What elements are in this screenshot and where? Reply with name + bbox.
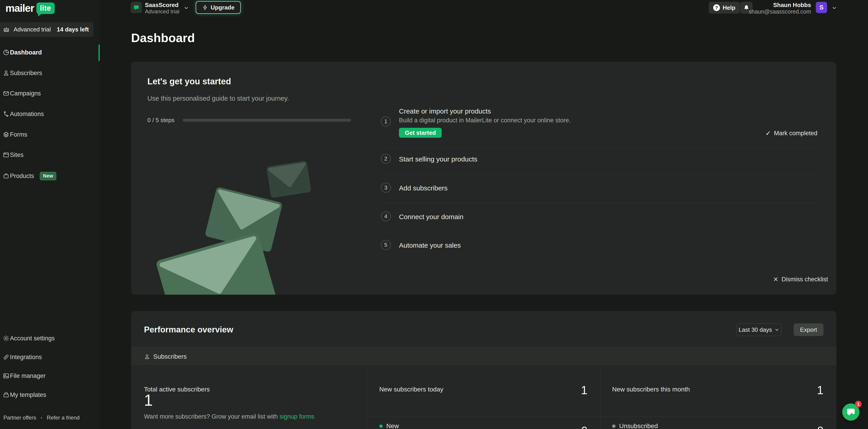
stat-total-active: Total active subscribers 1 Want more sub…: [131, 366, 368, 429]
box-icon: [3, 392, 9, 398]
chevron-down-icon: [775, 328, 779, 332]
trial-status-banner[interactable]: Advanced trial 14 days left: [0, 22, 93, 37]
close-icon: ✕: [773, 276, 778, 283]
stat-value: 1: [144, 392, 153, 408]
image-icon: [3, 372, 9, 379]
lightning-bolt-icon: [202, 4, 208, 10]
stat-new-today: New subscribers today 1 New 0: [368, 366, 600, 429]
mailerlite-logo[interactable]: mailer lite: [5, 2, 55, 14]
signup-forms-link[interactable]: signup forms: [279, 413, 314, 420]
step-title[interactable]: Add subscribers: [399, 184, 447, 192]
help-label: Help: [723, 4, 735, 11]
progress-bar: [183, 119, 351, 122]
step-title[interactable]: Connect your domain: [399, 213, 463, 221]
sidebar-item-integrations[interactable]: Integrations: [0, 350, 100, 364]
step-description: Build a digital product in MailerLite or…: [399, 117, 570, 124]
getting-started-card: Let's get you started Use this personali…: [131, 62, 836, 295]
dismiss-label: Dismiss checklist: [781, 276, 828, 283]
upgrade-button[interactable]: Upgrade: [196, 1, 241, 14]
step-number: 5: [381, 240, 391, 250]
sidebar-item-sites[interactable]: Sites: [0, 148, 100, 162]
gray-dot-icon: [612, 425, 616, 428]
tab-subscribers[interactable]: Subscribers: [144, 347, 187, 366]
progress-label: 0 / 5 steps: [147, 117, 175, 124]
sidebar-item-forms[interactable]: Forms: [0, 128, 100, 141]
tab-label: Subscribers: [153, 353, 187, 360]
promo-text: Want more subscribers? Grow your email l…: [144, 413, 314, 420]
sidebar-item-label: Campaigns: [10, 90, 41, 97]
checklist-title: Let's get you started: [147, 76, 231, 86]
sidebar-item-account-settings[interactable]: Account settings: [0, 332, 100, 345]
stat-label: New subscribers this month: [612, 386, 690, 393]
envelopes-illustration: [144, 150, 315, 295]
link-icon: [3, 354, 9, 361]
upgrade-label: Upgrade: [211, 4, 235, 11]
get-started-button[interactable]: Get started: [399, 128, 442, 138]
sidebar-item-dashboard[interactable]: Dashboard: [0, 46, 100, 59]
dismiss-checklist-button[interactable]: ✕ Dismiss checklist: [773, 276, 828, 283]
logo-lite-badge: lite: [36, 2, 55, 14]
sidebar-item-label: Forms: [10, 131, 27, 138]
breakdown-value: 0: [817, 425, 824, 429]
sidebar-item-label: Account settings: [10, 335, 55, 342]
workspace-name: SaasScored: [145, 2, 179, 8]
shopping-bag-icon: [3, 173, 9, 179]
stat-value: 1: [817, 384, 824, 396]
user-menu[interactable]: Shaun Hobbs shaun@saasscored.com: [749, 2, 811, 15]
stat-label: New subscribers today: [379, 386, 443, 393]
checkmark-icon: ✓: [765, 130, 771, 137]
checklist-steps: 1 Create or import your products Build a…: [381, 62, 819, 295]
step-title[interactable]: Automate your sales: [399, 242, 461, 249]
step-title[interactable]: Create or import your products: [399, 108, 491, 115]
breakdown-value: 0: [581, 425, 587, 429]
sidebar-item-label: Integrations: [10, 354, 42, 361]
gear-icon: [3, 335, 9, 342]
sidebar-item-products[interactable]: Products New: [0, 169, 100, 183]
step-number: 2: [381, 154, 391, 164]
step-title[interactable]: Start selling your products: [399, 155, 477, 163]
mark-completed-button[interactable]: ✓ Mark completed: [765, 130, 817, 137]
sidebar-item-campaigns[interactable]: Campaigns: [0, 87, 100, 100]
layers-icon: [3, 131, 9, 138]
refer-a-friend-link[interactable]: Refer a friend: [47, 415, 80, 421]
checklist-subtitle: Use this personalised guide to start you…: [147, 95, 289, 102]
performance-title: Performance overview: [144, 325, 233, 334]
chevron-down-icon[interactable]: [184, 5, 189, 10]
mark-completed-label: Mark completed: [774, 130, 817, 137]
user-name: Shaun Hobbs: [749, 2, 811, 8]
sidebar-item-label: File manager: [10, 372, 46, 379]
sidebar-item-label: Sites: [10, 152, 24, 158]
divider: [600, 416, 836, 417]
topbar: SaasScored Advanced trial Upgrade ? Help…: [100, 0, 868, 16]
workspace-switcher-button[interactable]: [131, 2, 142, 13]
sidebar-item-automations[interactable]: Automations: [0, 107, 100, 121]
crown-icon: [3, 26, 10, 33]
sidebar-item-subscribers[interactable]: Subscribers: [0, 66, 100, 80]
performance-tabs: Subscribers: [131, 347, 836, 366]
sidebar-footer: Partner offers Refer a friend: [3, 415, 80, 421]
divider: [368, 416, 600, 417]
page-title: Dashboard: [131, 31, 195, 45]
step-number: 4: [381, 211, 391, 221]
help-button[interactable]: ? Help: [709, 2, 740, 13]
app-window: mailer lite Advanced trial 14 days left …: [0, 0, 868, 429]
performance-overview-card: Performance overview Last 30 days Export…: [131, 311, 836, 429]
sidebar-item-my-templates[interactable]: My templates: [0, 388, 100, 402]
avatar[interactable]: S: [816, 2, 827, 13]
date-range-label: Last 30 days: [739, 326, 772, 333]
logo-text: mailer: [5, 2, 34, 14]
date-range-dropdown[interactable]: Last 30 days: [737, 324, 781, 336]
chat-bubble-icon: [133, 4, 140, 11]
export-button[interactable]: Export: [794, 324, 824, 336]
subscriber-stats: Total active subscribers 1 Want more sub…: [131, 366, 836, 429]
workspace-info[interactable]: SaasScored Advanced trial: [145, 2, 179, 14]
sidebar-item-file-manager[interactable]: File manager: [0, 369, 100, 382]
question-mark-icon: ?: [713, 4, 720, 11]
browser-icon: [3, 152, 9, 158]
partner-offers-link[interactable]: Partner offers: [3, 415, 36, 421]
divider: [381, 148, 819, 148]
chat-bubble-icon: [846, 407, 856, 417]
separator-dot: [41, 417, 42, 419]
chevron-down-icon[interactable]: [832, 5, 837, 10]
step-number: 3: [381, 183, 391, 193]
